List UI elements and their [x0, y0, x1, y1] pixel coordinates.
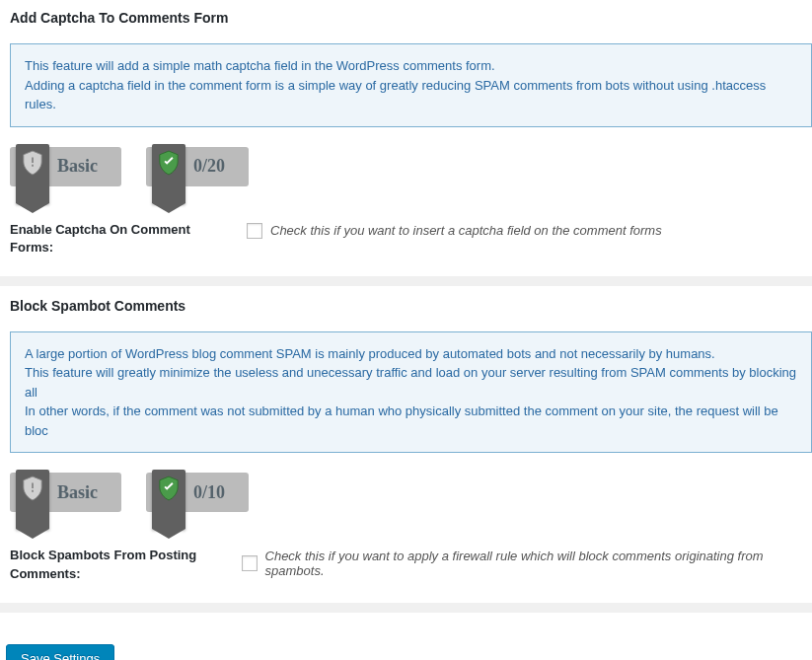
ribbon-icon — [16, 470, 49, 529]
info-text: In other words, if the comment was not s… — [25, 402, 797, 440]
setting-desc-spambot: Check this if you want to apply a firewa… — [265, 549, 812, 578]
badge-score: 0/20 — [146, 147, 249, 186]
shield-check-icon — [158, 476, 180, 501]
badges-row: Basic 0/20 — [10, 147, 812, 186]
info-text: This feature will greatly minimize the u… — [25, 363, 797, 402]
checkbox-block-spambots[interactable] — [242, 555, 258, 571]
shield-icon — [22, 150, 43, 176]
info-text: A large portion of WordPress blog commen… — [25, 344, 797, 364]
section-title-spambot: Block Spambot Comments — [10, 298, 812, 314]
section-title-captcha: Add Captcha To Comments Form — [10, 10, 812, 26]
checkbox-enable-captcha[interactable] — [247, 223, 262, 239]
info-box-captcha: This feature will add a simple math capt… — [10, 43, 812, 127]
badges-row: Basic 0/10 — [10, 473, 812, 512]
badge-score: 0/10 — [146, 473, 249, 512]
ribbon-icon — [152, 470, 185, 529]
section-captcha: Add Captcha To Comments Form This featur… — [10, 10, 812, 257]
badge-basic: Basic — [10, 473, 121, 512]
section-divider — [0, 276, 812, 286]
ribbon-icon — [16, 144, 49, 203]
info-text: Adding a captcha field in the comment fo… — [25, 76, 797, 114]
shield-check-icon — [158, 150, 180, 176]
setting-desc-captcha: Check this if you want to insert a captc… — [270, 223, 662, 238]
badge-basic: Basic — [10, 147, 121, 186]
setting-row-spambot: Block Spambots From Posting Comments: Ch… — [10, 547, 812, 582]
info-box-spambot: A large portion of WordPress blog commen… — [10, 331, 812, 454]
ribbon-icon — [152, 144, 185, 203]
shield-icon — [22, 476, 43, 501]
setting-label-spambot: Block Spambots From Posting Comments: — [10, 547, 212, 582]
save-settings-button[interactable]: Save Settings — [6, 644, 114, 660]
section-divider — [0, 603, 812, 613]
section-spambot: Block Spambot Comments A large portion o… — [10, 298, 812, 583]
setting-label-captcha: Enable Captcha On Comment Forms: — [10, 221, 217, 257]
setting-row-captcha: Enable Captcha On Comment Forms: Check t… — [10, 221, 812, 257]
info-text: This feature will add a simple math capt… — [25, 56, 797, 76]
